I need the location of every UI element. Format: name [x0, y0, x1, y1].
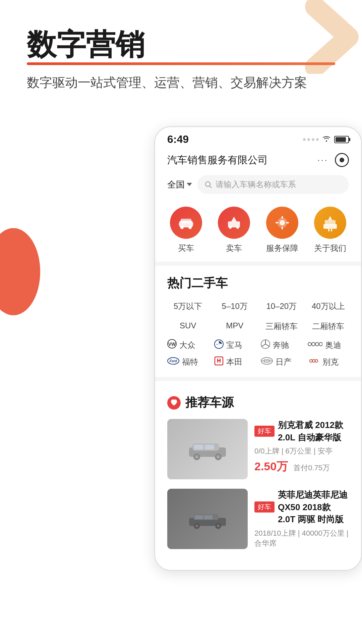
car-model-0: 别克君威 2012款 2.0L 自动豪华版 — [278, 419, 349, 443]
car-price-row-0: 2.50万 首付0.75万 — [254, 459, 349, 474]
battery-fill — [336, 137, 346, 142]
brand-mercedes[interactable]: 奔驰 — [261, 339, 302, 351]
svg-point-46 — [315, 360, 318, 362]
svg-point-1 — [205, 182, 210, 186]
recommend-title-row: 推荐车源 — [167, 394, 349, 411]
svg-rect-4 — [181, 219, 191, 223]
svg-rect-8 — [191, 223, 193, 225]
honda-logo-icon: H — [214, 356, 224, 366]
location-selector[interactable]: 全国 — [167, 179, 192, 191]
svg-marker-10 — [231, 217, 237, 221]
bg-circle-left — [0, 228, 40, 315]
svg-point-28 — [218, 343, 220, 345]
menu-item-service[interactable]: 服务保障 — [266, 207, 298, 254]
type-filter-0[interactable]: SUV — [167, 319, 209, 334]
menu-item-sell-car[interactable]: 卖车 — [218, 207, 250, 254]
car-image-0 — [167, 419, 248, 479]
section-divider-1 — [155, 262, 361, 266]
car-meta-1: 2018/10上牌 | 40000万公里 | 合华席 — [254, 528, 349, 548]
brand-nissan-name: 日产 — [276, 357, 292, 367]
price-filter-1[interactable]: 5–10万 — [214, 299, 256, 314]
svg-rect-17 — [276, 222, 278, 223]
car-model-1: 英菲尼迪英菲尼迪QX50 2018款 2.0T 两驱 时尚版 — [278, 489, 349, 525]
brand-honda-name: 本田 — [226, 357, 242, 367]
car-image-1 — [167, 489, 248, 549]
phone-container: 6:49 — [154, 126, 362, 571]
price-filter-2[interactable]: 10–20万 — [261, 299, 302, 314]
record-button[interactable] — [335, 153, 349, 167]
svg-rect-16 — [282, 227, 283, 229]
app-title: 汽车销售服务有限公司 — [167, 153, 268, 167]
type-filter-1[interactable]: MPV — [214, 319, 256, 334]
type-filter-grid: SUV MPV 三厢轿车 二厢轿车 — [167, 319, 349, 334]
signal-dot-1 — [303, 138, 306, 141]
price-filter-3[interactable]: 40万以上 — [308, 299, 349, 314]
signal-dot-2 — [307, 138, 310, 141]
brand-grid: VW 大众 — [167, 339, 349, 368]
menu-item-buy-car[interactable]: 买车 — [170, 207, 202, 254]
hot-cars-section: 热门二手车 5万以下 5–10万 10–20万 40万以上 SUV MPV 三厢… — [155, 266, 361, 377]
buick-logo-icon — [308, 357, 320, 365]
svg-point-33 — [308, 342, 311, 346]
type-filter-3[interactable]: 二厢轿车 — [308, 319, 349, 334]
buy-car-icon-circle — [170, 207, 202, 239]
recommend-title: 推荐车源 — [185, 394, 234, 411]
car-card-0[interactable]: 好车 别克君威 2012款 2.0L 自动豪华版 0/0上牌 | 6万公里 | … — [167, 419, 349, 479]
brand-volkswagen[interactable]: VW 大众 — [167, 339, 209, 351]
search-area: 全国 请输入车辆名称或车系 — [155, 172, 361, 200]
brand-audi[interactable]: 奥迪 — [308, 339, 349, 351]
svg-line-31 — [261, 344, 265, 346]
svg-text:H: H — [217, 358, 221, 364]
car-tag-row-0: 好车 别克君威 2012款 2.0L 自动豪华版 — [254, 419, 349, 443]
more-options-icon[interactable]: ··· — [317, 155, 328, 165]
svg-rect-22 — [328, 229, 329, 231]
menu-grid: 买车 卖车 — [155, 200, 361, 262]
car-meta-0: 0/0上牌 | 6万公里 | 安亭 — [254, 446, 349, 456]
svg-rect-53 — [194, 445, 203, 449]
hero-section: 数字营销 数字驱动一站式管理、运营、营销、交易解决方案 — [0, 0, 362, 106]
brand-buick[interactable]: 别克 — [308, 356, 349, 368]
svg-rect-15 — [282, 216, 283, 219]
service-icon — [274, 214, 291, 231]
brand-nissan[interactable]: 日产 — [261, 356, 302, 368]
car-tag-row-1: 好车 英菲尼迪英菲尼迪QX50 2018款 2.0T 两驱 时尚版 — [254, 489, 349, 525]
brand-audi-name: 奥迪 — [325, 340, 341, 351]
audi-logo-icon — [308, 340, 322, 348]
heart-svg — [170, 399, 178, 406]
svg-rect-54 — [205, 445, 214, 449]
brand-bmw-name: 宝马 — [226, 340, 242, 351]
sell-car-label: 卖车 — [226, 243, 242, 254]
svg-point-5 — [180, 226, 184, 229]
mercedes-logo-icon — [261, 339, 270, 349]
hero-subtitle: 数字驱动一站式管理、运营、营销、交易解决方案 — [27, 72, 335, 93]
signal-dot-4 — [316, 138, 319, 141]
menu-item-about[interactable]: 关于我们 — [314, 207, 346, 254]
brand-buick-name: 别克 — [322, 357, 339, 367]
car-card-1[interactable]: 好车 英菲尼迪英菲尼迪QX50 2018款 2.0T 两驱 时尚版 2018/1… — [167, 489, 349, 551]
car-silhouette-0 — [187, 437, 228, 461]
svg-point-14 — [280, 220, 285, 225]
brand-ford-name: 福特 — [182, 357, 198, 367]
svg-rect-20 — [325, 220, 336, 225]
sell-car-icon — [225, 214, 243, 231]
signal-dot-3 — [312, 138, 314, 141]
svg-point-0 — [326, 140, 327, 142]
service-label: 服务保障 — [266, 243, 298, 254]
brand-volkswagen-name: 大众 — [179, 340, 195, 351]
svg-point-12 — [236, 226, 239, 229]
brand-mercedes-name: 奔驰 — [273, 340, 289, 351]
type-filter-2[interactable]: 三厢轿车 — [261, 319, 302, 334]
nissan-logo-icon — [261, 357, 273, 365]
brand-ford[interactable]: Ford 福特 — [167, 356, 209, 368]
car-image-placeholder-1 — [167, 489, 248, 549]
brand-bmw[interactable]: 宝马 — [214, 339, 256, 351]
svg-marker-21 — [328, 216, 332, 220]
price-filter-0[interactable]: 5万以下 — [167, 299, 209, 314]
signal-dots — [303, 138, 319, 141]
svg-rect-19 — [323, 224, 337, 229]
volkswagen-logo-icon: VW — [167, 339, 177, 348]
search-box[interactable]: 请输入车辆名称或车系 — [197, 175, 349, 194]
svg-point-36 — [319, 342, 322, 346]
status-time: 6:49 — [167, 133, 189, 146]
brand-honda[interactable]: H 本田 — [214, 356, 256, 368]
